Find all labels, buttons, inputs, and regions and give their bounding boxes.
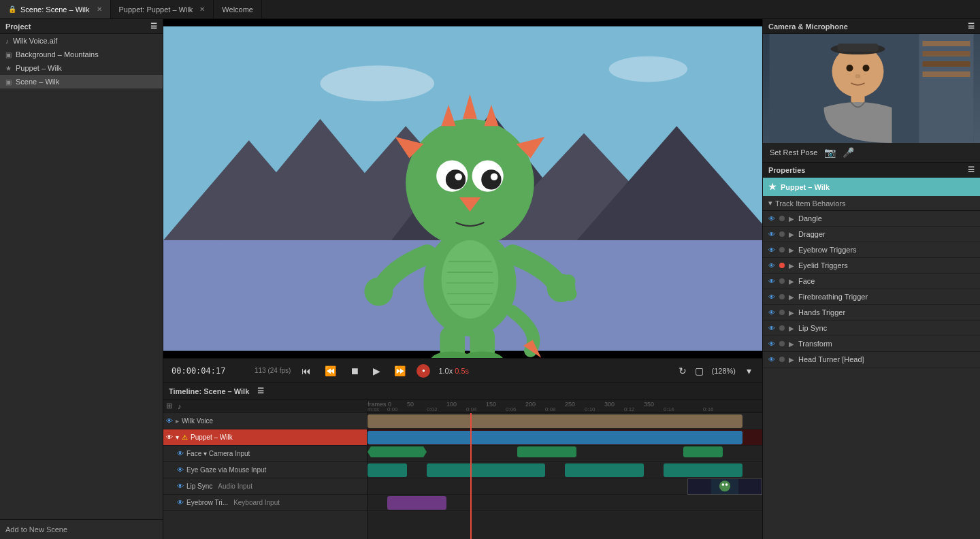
puppet-row-icon: ★	[768, 182, 777, 192]
puppet-vis-icon[interactable]: 👁	[166, 434, 173, 441]
eyegaze-clip-2[interactable]	[427, 463, 545, 477]
hands-trigger-vis-icon[interactable]: 👁	[768, 309, 775, 316]
head-turner-dot	[779, 357, 785, 362]
hands-trigger-dot	[779, 310, 785, 315]
playback-controls: 00:00:04:17 113 (24 fps) ⏮ ⏪ ⏹ ▶ ⏩ ● 1.0…	[163, 358, 762, 382]
zoom-dropdown-button[interactable]: ▾	[744, 365, 754, 377]
project-menu-icon[interactable]: ☰	[150, 22, 157, 31]
collapse-icon[interactable]: ▾	[768, 199, 772, 208]
camera-icon[interactable]: 📷	[824, 147, 836, 158]
dragger-expand-icon[interactable]: ▶	[789, 231, 794, 238]
behavior-eyelid-triggers[interactable]: 👁 ▶ Eyelid Triggers	[763, 258, 980, 274]
loop-button[interactable]: ↻	[679, 365, 687, 376]
camera-footer: Set Rest Pose 📷 🎤	[763, 143, 980, 163]
behavior-head-turner[interactable]: 👁 ▶ Head Turner [Head]	[763, 352, 980, 368]
project-panel-header: Project ☰	[0, 19, 163, 34]
track-face	[368, 446, 762, 462]
eyegaze-clip-4[interactable]	[664, 463, 742, 477]
transform-expand-icon[interactable]: ▶	[789, 340, 794, 348]
dangle-vis-icon[interactable]: 👁	[768, 215, 775, 223]
timeline-tool-icon[interactable]: ⊞	[166, 402, 172, 410]
tab-puppet[interactable]: Puppet: Puppet – Wilk ✕	[111, 0, 214, 18]
behavior-lip-sync[interactable]: 👁 ▶ Lip Sync	[763, 321, 980, 336]
face-clip-3[interactable]	[683, 446, 723, 457]
audio-vis-icon[interactable]: 👁	[166, 417, 173, 425]
head-turner-vis-icon[interactable]: 👁	[768, 356, 775, 363]
fullscreen-button[interactable]: ▢	[695, 365, 704, 376]
face-clip-1[interactable]	[368, 446, 427, 457]
play-button[interactable]: ▶	[370, 365, 383, 377]
record-button[interactable]: ●	[416, 364, 430, 378]
behavior-transform[interactable]: 👁 ▶ Transform	[763, 336, 980, 352]
behavior-face[interactable]: 👁 ▶ Face	[763, 274, 980, 289]
svg-point-34	[563, 287, 577, 301]
tab-scene[interactable]: 🔒 Scene: Scene – Wilk ✕	[0, 0, 111, 18]
tab-puppet-label: Puppet: Puppet – Wilk	[119, 5, 193, 14]
face-vis-icon[interactable]: 👁	[768, 278, 775, 285]
firebreathing-expand-icon[interactable]: ▶	[789, 293, 794, 301]
dangle-expand-icon[interactable]: ▶	[789, 215, 794, 223]
add-to-new-scene-button[interactable]: Add to New Scene	[0, 519, 163, 539]
scene-icon: ▣	[5, 78, 12, 86]
audio-clip[interactable]	[368, 414, 742, 428]
svg-point-43	[725, 483, 728, 486]
eyebrow-vis-icon[interactable]: 👁	[177, 499, 184, 506]
camera-menu-icon[interactable]: ☰	[968, 22, 975, 31]
head-turner-expand-icon[interactable]: ▶	[789, 356, 794, 363]
hands-trigger-expand-icon[interactable]: ▶	[789, 309, 794, 316]
properties-menu-icon[interactable]: ☰	[968, 165, 975, 174]
eyegaze-vis-icon[interactable]: 👁	[177, 466, 184, 474]
timeline-menu-icon[interactable]: ☰	[257, 387, 264, 395]
timeline-panel: Timeline: Scene – Wilk ☰ ⊞ ♪ 👁 ▸ Wilk Vo…	[163, 382, 762, 539]
eyebrow-triggers-vis-icon[interactable]: 👁	[768, 246, 775, 254]
eyegaze-clip-1[interactable]	[368, 463, 407, 477]
project-item-puppet[interactable]: ★ Puppet – Wilk	[0, 61, 163, 75]
tab-puppet-close[interactable]: ✕	[199, 5, 205, 13]
face-clip-2[interactable]	[517, 446, 576, 457]
properties-title: Properties	[768, 166, 805, 174]
lipsync-vis-icon[interactable]: 👁	[177, 483, 184, 490]
behavior-firebreathing[interactable]: 👁 ▶ Firebreathing Trigger	[763, 289, 980, 305]
eyebrow-clip-1[interactable]	[387, 496, 446, 510]
project-item-audio[interactable]: ♪ Wilk Voice.aif	[0, 34, 163, 48]
tab-welcome[interactable]: Welcome	[214, 0, 262, 18]
eyelid-triggers-vis-icon[interactable]: 👁	[768, 262, 775, 270]
svg-point-21	[491, 173, 497, 180]
behavior-dangle[interactable]: 👁 ▶ Dangle	[763, 211, 980, 227]
eyelid-triggers-expand-icon[interactable]: ▶	[789, 262, 794, 270]
eyebrow-triggers-expand-icon[interactable]: ▶	[789, 246, 794, 254]
face-vis-icon[interactable]: 👁	[177, 450, 184, 457]
track-eyebrow	[368, 495, 762, 511]
puppet-expand-icon[interactable]: ▾	[176, 434, 179, 441]
puppet-clip[interactable]	[368, 431, 742, 444]
camera-title: Camera & Microphone	[768, 22, 848, 31]
step-back-button[interactable]: ⏪	[322, 365, 339, 377]
viewport	[163, 19, 762, 358]
behavior-eyebrow-triggers[interactable]: 👁 ▶ Eyebrow Triggers	[763, 242, 980, 258]
stop-button[interactable]: ⏹	[347, 365, 362, 377]
tab-scene-close[interactable]: ✕	[97, 5, 102, 13]
dragger-vis-icon[interactable]: 👁	[768, 231, 775, 238]
behavior-dragger[interactable]: 👁 ▶ Dragger	[763, 227, 980, 242]
project-item-audio-label: Wilk Voice.aif	[13, 37, 57, 45]
firebreathing-vis-icon[interactable]: 👁	[768, 293, 775, 301]
behavior-hands-trigger[interactable]: 👁 ▶ Hands Trigger	[763, 305, 980, 321]
audio-expand-icon[interactable]: ▸	[176, 417, 179, 425]
svg-rect-49	[923, 71, 970, 77]
dragger-label: Dragger	[798, 230, 975, 238]
microphone-icon[interactable]: 🎤	[843, 147, 854, 158]
timeline-title: Timeline: Scene – Wilk	[169, 387, 249, 395]
lip-sync-vis-icon[interactable]: 👁	[768, 325, 775, 332]
timeline-tool2-icon[interactable]: ♪	[178, 402, 182, 410]
lip-sync-expand-icon[interactable]: ▶	[789, 325, 794, 332]
face-expand-icon[interactable]: ▶	[789, 278, 794, 285]
project-item-bg[interactable]: ▣ Background – Mountains	[0, 48, 163, 61]
set-rest-pose-button[interactable]: Set Rest Pose	[770, 148, 817, 157]
step-forward-button[interactable]: ⏩	[391, 365, 408, 377]
project-item-scene[interactable]: ▣ Scene – Wilk	[0, 75, 163, 88]
svg-point-55	[855, 74, 861, 78]
time-display: 00:00:04:17	[172, 366, 246, 376]
skip-to-start-button[interactable]: ⏮	[299, 365, 314, 377]
transform-vis-icon[interactable]: 👁	[768, 340, 775, 348]
eyegaze-clip-3[interactable]	[565, 463, 644, 477]
